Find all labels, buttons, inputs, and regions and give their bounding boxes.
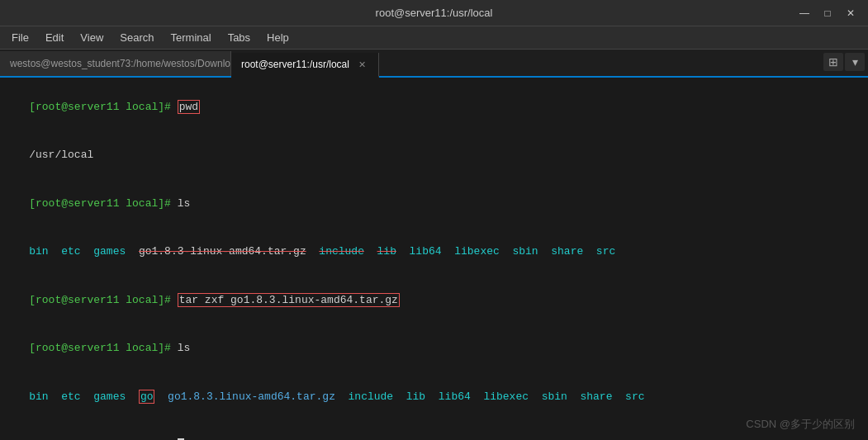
term-line-1: [root@server11 local]# pwd bbox=[3, 83, 865, 131]
prompt-3: [root@server11 local]# bbox=[29, 294, 177, 306]
ls-tarball-2: go1.8.3.linux-amd64.tar.gz bbox=[168, 390, 335, 403]
ls-lib-1: lib bbox=[377, 245, 396, 258]
cmd-highlight-2: tar zxf go1.8.3.linux-amd64.tar.gz bbox=[178, 293, 400, 307]
window-controls: — □ ✕ bbox=[794, 5, 861, 21]
ls-src-2: src bbox=[625, 390, 644, 403]
ls-etc-2: etc bbox=[61, 390, 80, 403]
tab-2-close[interactable]: ✕ bbox=[356, 59, 368, 71]
ls-sbin-1: sbin bbox=[512, 245, 538, 258]
tab-1-label: westos@westos_student73:/home/westos/Dow… bbox=[10, 58, 231, 69]
tab-2-label: root@server11:/usr/local bbox=[241, 59, 349, 70]
ls-src-1: src bbox=[596, 245, 615, 258]
watermark: CSDN @多于少的区别 bbox=[746, 417, 855, 432]
ls-lib-2: lib bbox=[406, 390, 425, 403]
ls-bin-1: bin bbox=[29, 245, 48, 258]
term-line-5: [root@server11 local]# tar zxf go1.8.3.l… bbox=[3, 276, 865, 324]
ls-games-2: games bbox=[93, 390, 126, 403]
ls-games-1: games bbox=[93, 245, 126, 258]
prompt-1: [root@server11 local]# bbox=[29, 101, 177, 113]
tab-bar: westos@westos_student73:/home/westos/Dow… bbox=[0, 50, 868, 78]
ls-libexec-2: libexec bbox=[483, 390, 529, 403]
close-button[interactable]: ✕ bbox=[840, 5, 861, 21]
menu-bar: File Edit View Search Terminal Tabs Help bbox=[0, 26, 868, 50]
maximize-button[interactable]: □ bbox=[817, 5, 838, 21]
ls-lib64-2: lib64 bbox=[439, 390, 471, 403]
menu-search[interactable]: Search bbox=[111, 28, 162, 47]
ls-sbin-2: sbin bbox=[542, 390, 567, 403]
ls-lib64-1: lib64 bbox=[410, 245, 442, 258]
tab-dropdown-button[interactable]: ▾ bbox=[845, 53, 865, 71]
ls-share-2: share bbox=[580, 390, 612, 403]
window-title: root@server11:/usr/local bbox=[376, 7, 493, 19]
term-line-6: [root@server11 local]# ls bbox=[3, 324, 865, 373]
menu-tabs[interactable]: Tabs bbox=[220, 28, 259, 47]
title-bar: root@server11:/usr/local — □ ✕ bbox=[0, 0, 868, 26]
ls-tarball-1: go1.8.3-linux-amd64.tar.gz bbox=[139, 245, 306, 258]
term-line-4: bin etc games go1.8.3-linux-amd64.tar.gz… bbox=[3, 228, 865, 277]
tab-bar-actions: ⊞ ▾ bbox=[823, 53, 865, 71]
ls-share-1: share bbox=[551, 245, 583, 258]
term-line-8: [root@server11 local]# bbox=[3, 421, 865, 441]
ls-include-2: include bbox=[349, 390, 394, 403]
ls-go-highlight: go bbox=[139, 390, 155, 404]
menu-terminal[interactable]: Terminal bbox=[163, 28, 220, 47]
menu-file[interactable]: File bbox=[3, 28, 37, 47]
menu-edit[interactable]: Edit bbox=[37, 28, 72, 47]
ls-libexec-1: libexec bbox=[454, 245, 500, 258]
term-line-7: bin etc games go go1.8.3.linux-amd64.tar… bbox=[3, 372, 865, 421]
menu-help[interactable]: Help bbox=[259, 28, 297, 47]
tab-save-button[interactable]: ⊞ bbox=[823, 53, 843, 71]
menu-view[interactable]: View bbox=[72, 28, 111, 47]
ls-bin-2: bin bbox=[29, 390, 48, 403]
cmd-highlight-1: pwd bbox=[178, 100, 200, 114]
prompt-4: [root@server11 local]# bbox=[29, 342, 177, 354]
ls-include-1: include bbox=[319, 245, 364, 258]
minimize-button[interactable]: — bbox=[794, 5, 815, 21]
prompt-2: [root@server11 local]# bbox=[29, 197, 177, 210]
tab-1[interactable]: westos@westos_student73:/home/westos/Dow… bbox=[0, 51, 231, 76]
terminal-content[interactable]: [root@server11 local]# pwd /usr/local [r… bbox=[0, 78, 868, 440]
ls-etc-1: etc bbox=[61, 245, 80, 258]
tab-2[interactable]: root@server11:/usr/local ✕ bbox=[231, 53, 379, 78]
term-line-3: [root@server11 local]# ls bbox=[3, 179, 865, 228]
output-path: /usr/local bbox=[29, 149, 93, 161]
term-line-2: /usr/local bbox=[3, 131, 865, 180]
